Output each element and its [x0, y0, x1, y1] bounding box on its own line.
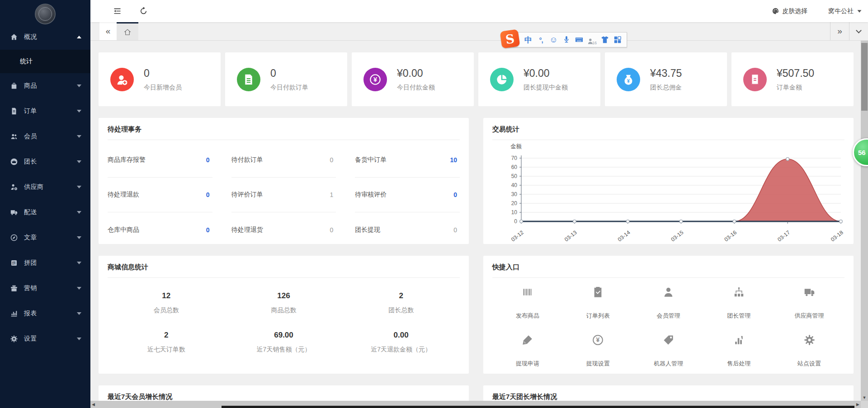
refresh-button[interactable]: [137, 5, 150, 18]
stat-card-label: 团长总佣金: [650, 84, 682, 92]
tab-home[interactable]: [117, 22, 138, 40]
mall-stat-label: 近7天销售额（元）: [225, 346, 343, 354]
chevron-down-icon: [77, 110, 81, 113]
vertical-scrollbar-thumb[interactable]: [861, 43, 868, 111]
mall-stat-value: 12: [108, 291, 225, 300]
sidebar-item-reports[interactable]: 报表: [0, 301, 90, 326]
scroll-down-arrow-icon[interactable]: ▼: [861, 395, 868, 400]
ime-skin-icon[interactable]: [600, 34, 609, 45]
quick-entry-aftersale[interactable]: 售后处理: [703, 329, 774, 374]
dashboard-content: 0 今日新增会员 0 今日付款订单 ¥ ¥0.00 今日付款金额 ¥0.00 团…: [90, 41, 868, 408]
pending-item-value[interactable]: 10: [450, 156, 460, 164]
app-window: 概况 统计 商品 订单 会员 团长 供应商 配送 文: [0, 0, 868, 408]
ime-mode-toggle[interactable]: 中: [524, 34, 533, 45]
mall-stat-value: 0.00: [342, 331, 460, 340]
sidebar-item-orders[interactable]: 订单: [0, 98, 90, 124]
app-logo: [0, 0, 90, 24]
quick-entry-leader-manage[interactable]: 团长管理: [703, 281, 774, 329]
sidebar-item-members[interactable]: 会员: [0, 124, 90, 149]
ime-login-icon[interactable]: 16: [587, 34, 597, 45]
mall-stats-panel: 商城信息统计 12 会员总数 126 商品总数 2 团长总数 2 近七天订单数 …: [99, 256, 469, 374]
pending-item-value[interactable]: 0: [206, 156, 212, 164]
mall-stat-value: 2: [342, 291, 460, 300]
sidebar-item-label: 订单: [24, 107, 77, 115]
sogou-logo-icon[interactable]: S: [500, 29, 520, 48]
bottom-edge-strip: [222, 406, 854, 408]
ime-toolbox-icon[interactable]: [613, 34, 622, 45]
tabs-menu-button[interactable]: [849, 22, 868, 40]
pending-item-value[interactable]: 0: [330, 226, 336, 234]
panel-title: 交易统计: [492, 118, 844, 140]
sidebar-item-overview[interactable]: 概况: [0, 24, 90, 50]
quick-entry-robot-manage[interactable]: 机器人管理: [633, 329, 704, 374]
sidebar-item-articles[interactable]: 文章: [0, 225, 90, 250]
quick-entry-label: 供应商管理: [795, 312, 824, 320]
sidebar-item-suppliers[interactable]: 供应商: [0, 174, 90, 200]
sidebar-item-groupbuy[interactable]: 拼 拼团: [0, 250, 90, 276]
pending-item: 待审核评价 0: [355, 178, 460, 212]
tabs-scroll-left-button[interactable]: «: [99, 22, 117, 40]
panel-title: 快捷入口: [492, 256, 844, 277]
quick-entry-member-manage[interactable]: 会员管理: [633, 281, 704, 329]
stat-card-paid-amount: ¥ ¥0.00 今日付款金额: [352, 52, 474, 106]
pending-item: 团长提现 0: [355, 212, 460, 244]
svg-text:20: 20: [511, 200, 518, 206]
quick-entry-withdraw-settings[interactable]: ¥ 提现设置: [563, 329, 633, 374]
pending-item-value[interactable]: 0: [206, 226, 212, 234]
svg-text:金额: 金额: [510, 143, 522, 150]
quick-entry-label: 站点设置: [797, 360, 821, 368]
sidebar-item-settings[interactable]: 设置: [0, 326, 90, 352]
quick-entry-label: 提现设置: [586, 360, 610, 368]
tabs-scroll-right-button[interactable]: »: [830, 22, 849, 40]
svg-text:03-16: 03-16: [723, 229, 738, 242]
sidebar-item-leaders[interactable]: 团长: [0, 149, 90, 174]
ime-punctuation-toggle[interactable]: °,: [536, 34, 546, 45]
sidebar-item-label: 商品: [24, 82, 77, 90]
scroll-left-arrow-icon[interactable]: ◀: [92, 402, 95, 407]
ime-keyboard-icon[interactable]: [574, 34, 584, 45]
quick-entry-site-settings[interactable]: 站点设置: [774, 329, 844, 374]
receipt-icon: [743, 68, 767, 91]
scroll-right-arrow-icon[interactable]: ▶: [856, 402, 859, 407]
users-icon: [10, 132, 18, 141]
svg-text:30: 30: [511, 191, 518, 197]
mall-stat-item: 126 商品总数: [225, 279, 343, 318]
skin-select-label: 皮肤选择: [782, 7, 807, 15]
top-header: 皮肤选择 窝牛公社: [90, 0, 868, 22]
svg-text:40: 40: [511, 182, 518, 188]
svg-text:03-12: 03-12: [510, 229, 525, 242]
gear-icon: [10, 335, 18, 343]
pending-item-label: 仓库中商品: [108, 226, 139, 234]
collapse-sidebar-button[interactable]: [110, 5, 124, 18]
pen-icon: [521, 334, 533, 348]
ime-mic-icon[interactable]: [561, 34, 571, 45]
pending-item-value[interactable]: 0: [453, 226, 460, 234]
account-menu[interactable]: 窝牛公社: [828, 7, 862, 15]
mall-stat-label: 近7天退款金额（元）: [342, 346, 460, 354]
pending-item-label: 待处理退货: [231, 226, 263, 234]
ime-emoji-icon[interactable]: ☺: [549, 34, 558, 45]
svg-text:03-14: 03-14: [617, 229, 632, 242]
pending-item-value[interactable]: 0: [453, 191, 460, 198]
person-icon: [662, 286, 675, 300]
sidebar-item-marketing[interactable]: 营销: [0, 276, 90, 301]
sidebar-subitem-stats[interactable]: 统计: [0, 50, 90, 73]
sidebar-item-label: 报表: [24, 310, 77, 318]
pending-item-value[interactable]: 0: [330, 156, 336, 164]
crown-icon: [10, 158, 18, 166]
quick-entry-publish-goods[interactable]: 发布商品: [492, 281, 563, 329]
sidebar-item-delivery[interactable]: 配送: [0, 200, 90, 225]
quick-entry-supplier-manage[interactable]: 供应商管理: [774, 281, 844, 329]
vertical-scrollbar[interactable]: ▼: [861, 41, 868, 401]
home-icon: [10, 33, 18, 41]
quick-entry-withdraw-apply[interactable]: 提现申请: [492, 329, 563, 374]
quick-entry-order-list[interactable]: 订单列表: [563, 281, 633, 329]
skin-select-button[interactable]: 皮肤选择: [772, 7, 807, 15]
chevron-down-icon: [77, 211, 81, 214]
pending-item-label: 团长提现: [355, 226, 380, 234]
pending-panel: 待处理事务 商品库存报警 0 待付款订单 0 备货中订单 10 待处理退款 0 …: [99, 118, 469, 244]
pending-item-value[interactable]: 1: [330, 191, 336, 198]
pending-item-value[interactable]: 0: [206, 191, 212, 198]
sidebar-item-goods[interactable]: 商品: [0, 73, 90, 98]
stat-card-value: 0: [270, 67, 308, 80]
